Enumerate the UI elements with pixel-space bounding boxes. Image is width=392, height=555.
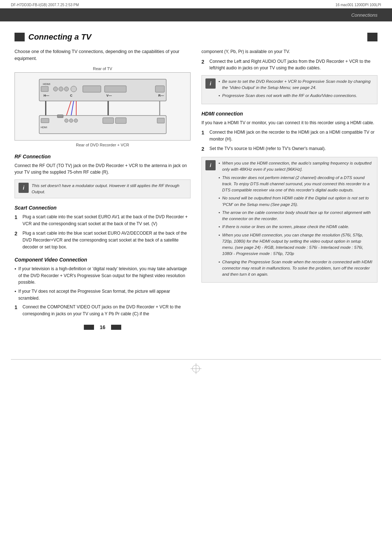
note-icon: i	[19, 183, 29, 193]
progressive-note-bullets: Be sure to set the DVD Recorder + VCR to…	[219, 78, 373, 101]
component-step-1: 1 Connect the COMPONENT VIDEO OUT jacks …	[15, 304, 191, 317]
svg-rect-28	[157, 118, 164, 123]
bottom-margin-line	[11, 359, 381, 360]
hdmi-note-1: When you use the HDMI connection, the au…	[219, 160, 373, 173]
right-col-step2-list: 2 Connect the Left and Right AUDIO OUT j…	[201, 58, 377, 72]
svg-rect-27	[115, 118, 126, 123]
print-header-right: 16 mac001 1200DPI 100LPI	[335, 3, 381, 7]
component-bullet-list: If your television is a high-definition …	[15, 266, 191, 301]
tv-diagram: HDMI H— C V— R—	[15, 72, 191, 141]
rf-note-text: This set doesn't have a modulator output…	[32, 183, 187, 195]
svg-rect-9	[155, 86, 164, 92]
component-steps-list: 1 Connect the COMPONENT VIDEO OUT jacks …	[15, 304, 191, 317]
hdmi-note-box: i When you use the HDMI connection, the …	[201, 157, 377, 283]
chapter-title-bar-icon	[15, 33, 25, 41]
svg-rect-26	[103, 118, 114, 123]
scart-step-2-text: Plug a scart cable into the blue scart s…	[23, 230, 191, 250]
chapter-title-block: Connecting a TV	[15, 32, 377, 42]
hdmi-note-icon: i	[205, 160, 216, 170]
scart-step-1-text: Plug a scart cable into the scart socket…	[23, 214, 191, 227]
hdmi-step-1: 1 Connect the HDMI jack on the recorder …	[201, 129, 377, 142]
hdmi-note-5-text: If there is noise or lines on the screen…	[222, 224, 349, 230]
svg-rect-7	[83, 86, 101, 92]
component-cont-text: component (Y, Pb, Pr) is available on yo…	[201, 48, 377, 55]
hdmi-note-6: When you use HDMI connection, you can ch…	[219, 232, 373, 257]
scart-step-2: 2 Plug a scart cable into the blue scart…	[15, 230, 191, 250]
hdmi-note-7: Changing the Progressive Scan mode when …	[219, 259, 373, 278]
svg-text:HDMI: HDMI	[43, 82, 50, 86]
svg-text:H—: H—	[44, 94, 49, 97]
diagram-label-top: Rear of TV	[15, 66, 191, 71]
hdmi-step-1-num: 1	[201, 129, 207, 142]
hdmi-step-2: 2 Set the TV's source to HDMI (refer to …	[201, 145, 377, 153]
hdmi-intro: If you have a HDMI TV or monitor, you ca…	[201, 119, 377, 126]
progressive-note-bullet-1-text: Be sure to set the DVD Recorder + VCR to…	[222, 78, 373, 91]
chapter-title: Connecting a TV	[28, 32, 91, 42]
component-bullet-1: If your television is a high-definition …	[15, 266, 191, 286]
right-col-step2-text: Connect the Left and Right AUDIO OUT jac…	[209, 58, 377, 72]
hdmi-note-3: No sound will be outputted from HDMI cab…	[219, 195, 373, 208]
rf-connection-title: RF Connection	[15, 154, 191, 159]
header-bar: Connections	[0, 8, 392, 21]
progressive-note-bullet-2-text: Progressive Scan does not work with the …	[222, 93, 357, 99]
scart-steps-list: 1 Plug a scart cable into the scart sock…	[15, 214, 191, 250]
component-bullet-1-text: If your television is a high-definition …	[19, 266, 191, 286]
tv-diagram-svg: HDMI H— C V— R—	[36, 76, 170, 137]
component-bullet-2-text: If your TV does not accept the Progressi…	[19, 288, 191, 301]
right-col-step2: 2 Connect the Left and Right AUDIO OUT j…	[201, 58, 377, 72]
intro-text: Choose one of the following TV connectio…	[15, 48, 191, 62]
print-header: DF-H7DD3D-FB-I(GB) 2007.7.25 2:53 PM 16 …	[0, 0, 392, 8]
hdmi-note-3-text: No sound will be outputted from HDMI cab…	[222, 195, 373, 208]
main-content: Connecting a TV Choose one of the follow…	[0, 21, 392, 345]
hdmi-note-5: If there is noise or lines on the screen…	[219, 224, 373, 230]
svg-rect-0	[39, 79, 166, 101]
page-footer: 16	[15, 324, 191, 330]
svg-point-24	[69, 119, 73, 122]
hdmi-note-2: This recorder does not perform internal …	[219, 175, 373, 194]
col-right: component (Y, Pb, Pr) is available on yo…	[201, 48, 377, 330]
chapter-title-bar-right	[367, 33, 377, 41]
hdmi-note-1-text: When you use the HDMI connection, the au…	[222, 160, 373, 173]
component-bullet-2: If your TV does not accept the Progressi…	[15, 288, 191, 301]
hdmi-steps-list: 1 Connect the HDMI jack on the recorder …	[201, 129, 377, 153]
scart-step-1-num: 1	[15, 214, 20, 227]
svg-text:V—: V—	[106, 94, 112, 97]
component-video-title: Component Video Connection	[15, 257, 191, 263]
page-bar-right	[111, 325, 121, 330]
svg-rect-8	[105, 86, 126, 92]
progressive-note-bullet-1: Be sure to set the DVD Recorder + VCR to…	[219, 78, 373, 91]
svg-text:HDMI: HDMI	[41, 126, 47, 129]
reg-mark	[0, 363, 392, 374]
right-col-step2-num: 2	[201, 58, 207, 72]
component-step-1-num: 1	[15, 304, 20, 317]
progressive-note-bullet-2: Progressive Scan does not work with the …	[219, 93, 373, 99]
print-header-left: DF-H7DD3D-FB-I(GB) 2007.7.25 2:53 PM	[11, 3, 79, 7]
hdmi-note-4: The arrow on the cable connector body sh…	[219, 210, 373, 222]
svg-point-23	[65, 119, 68, 122]
col-left: Choose one of the following TV connectio…	[15, 48, 191, 330]
hdmi-note-6-text: When you use HDMI connection, you can ch…	[222, 232, 373, 257]
svg-text:R—: R—	[158, 94, 164, 97]
hdmi-note-bullets: When you use the HDMI connection, the au…	[219, 160, 373, 279]
hdmi-step-2-text: Set the TV's source to HDMI (refer to TV…	[209, 145, 326, 153]
svg-rect-21	[41, 118, 49, 123]
hdmi-title: HDMI connection	[201, 111, 377, 117]
hdmi-note-4-text: The arrow on the cable connector body sh…	[222, 210, 373, 222]
hdmi-step-2-num: 2	[201, 145, 207, 153]
hdmi-note-7-text: Changing the Progressive Scan mode when …	[222, 259, 373, 278]
svg-point-25	[74, 119, 78, 122]
scart-step-1: 1 Plug a scart cable into the scart sock…	[15, 214, 191, 227]
scart-step-2-num: 2	[15, 230, 20, 250]
svg-rect-29	[57, 115, 63, 118]
rf-note-box: i This set doesn't have a modulator outp…	[15, 179, 191, 199]
svg-text:C: C	[70, 94, 73, 97]
svg-point-3	[53, 87, 58, 91]
progressive-note-icon: i	[205, 78, 216, 89]
two-col-layout: Choose one of the following TV connectio…	[15, 48, 377, 330]
page-bar-left	[84, 325, 94, 330]
svg-point-5	[64, 87, 69, 91]
svg-line-15	[66, 101, 71, 116]
svg-point-6	[71, 86, 77, 92]
svg-rect-2	[41, 86, 48, 92]
hdmi-note-2-text: This recorder does not perform internal …	[222, 175, 373, 194]
